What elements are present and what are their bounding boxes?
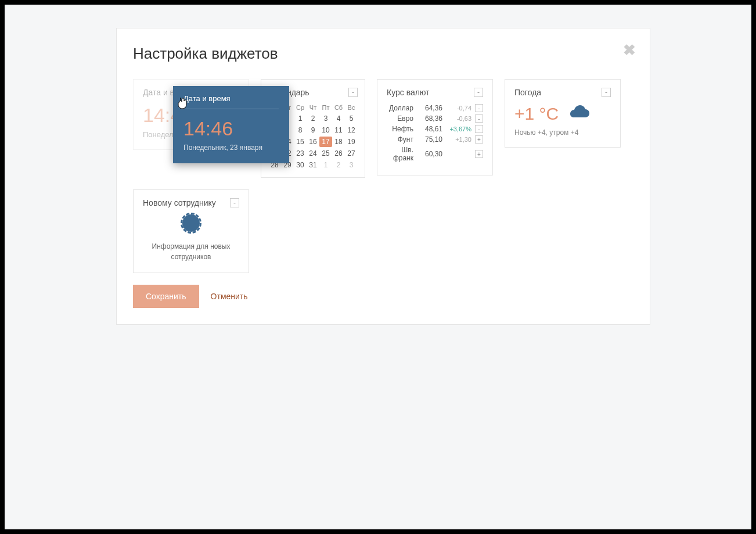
- currency-toggle[interactable]: -: [475, 125, 483, 133]
- cancel-button[interactable]: Отменить: [211, 292, 248, 301]
- calendar-day[interactable]: 27: [345, 148, 358, 159]
- calendar-day-header: Ср: [294, 104, 307, 112]
- calendar-day[interactable]: 12: [345, 125, 358, 135]
- currency-delta: -0,74: [442, 105, 471, 112]
- widget-header: Погода -: [514, 88, 611, 97]
- widgets-settings-modal: ✖ Настройка виджетов Дата и время - 14:4…: [116, 28, 650, 325]
- weather-title: Погода: [514, 88, 541, 97]
- calendar-day[interactable]: 18: [332, 137, 345, 147]
- currency-name: Евро: [387, 114, 418, 123]
- minimize-button[interactable]: -: [348, 88, 358, 97]
- calendar-day[interactable]: 15: [294, 137, 307, 147]
- calendar-day[interactable]: 1: [294, 113, 307, 124]
- calendar-day[interactable]: 17: [319, 137, 332, 147]
- calendar-day[interactable]: 25: [319, 148, 332, 159]
- employee-title: Новому сотруднику: [143, 198, 216, 207]
- calendar-day[interactable]: 31: [307, 160, 319, 170]
- currency-value: 75,10: [418, 135, 442, 144]
- cloud-icon: [568, 105, 591, 123]
- dragging-datetime-widget[interactable]: Дата и время 14:46 Понедельник, 23 январ…: [173, 86, 289, 163]
- currency-toggle[interactable]: +: [475, 150, 483, 158]
- widgets-row-2: Новому сотруднику - Информация для новых…: [133, 189, 633, 273]
- calendar-day[interactable]: 3: [319, 113, 332, 124]
- calendar-day-header: Чт: [307, 104, 319, 112]
- currency-value: 64,36: [418, 104, 442, 112]
- weather-main: +1 °C: [514, 104, 611, 124]
- employee-text: Информация для новых сотрудников: [143, 241, 239, 262]
- calendar-day[interactable]: 19: [345, 137, 358, 147]
- weather-widget[interactable]: Погода - +1 °C Ночью +4, утром +4: [505, 79, 621, 148]
- currency-delta: +1,30: [442, 136, 471, 143]
- calendar-day[interactable]: 10: [319, 125, 332, 135]
- calendar-day-header: Пт: [319, 104, 332, 112]
- currency-toggle[interactable]: -: [475, 104, 483, 112]
- floating-title: Дата и время: [183, 94, 279, 109]
- currency-row: Евро68,36-0,63-: [387, 114, 483, 123]
- currency-row: Фунт75,10+1,30+: [387, 135, 483, 144]
- calendar-day[interactable]: 3: [345, 160, 358, 170]
- weather-temp: +1 °C: [514, 104, 559, 124]
- calendar-day[interactable]: 8: [294, 125, 307, 135]
- currency-name: Шв. франк: [387, 146, 418, 162]
- page-background: ✖ Настройка виджетов Дата и время - 14:4…: [5, 5, 751, 529]
- currency-name: Доллар: [387, 104, 418, 112]
- currency-value: 68,36: [418, 114, 442, 123]
- save-button[interactable]: Сохранить: [133, 285, 199, 308]
- minimize-button[interactable]: -: [474, 88, 483, 97]
- floating-date: Понедельник, 23 января: [183, 144, 279, 152]
- floating-time: 14:46: [183, 117, 279, 140]
- widget-header: Курс валют -: [387, 88, 483, 97]
- calendar-day[interactable]: 23: [294, 148, 307, 159]
- currency-toggle[interactable]: +: [475, 135, 483, 144]
- calendar-day[interactable]: 1: [319, 160, 332, 170]
- currency-widget[interactable]: Курс валют - Доллар64,36-0,74-Евро68,36-…: [377, 79, 493, 175]
- currency-row: Доллар64,36-0,74-: [387, 104, 483, 112]
- calendar-day[interactable]: 26: [332, 148, 345, 159]
- currency-list: Доллар64,36-0,74-Евро68,36-0,63-Нефть48,…: [387, 104, 483, 162]
- weather-subtitle: Ночью +4, утром +4: [514, 128, 611, 137]
- currency-delta: +3,67%: [442, 126, 471, 132]
- currency-title: Курс валют: [387, 88, 430, 97]
- employee-widget[interactable]: Новому сотруднику - Информация для новых…: [133, 189, 249, 273]
- badge-icon: [182, 214, 200, 232]
- currency-name: Фунт: [387, 135, 418, 144]
- calendar-day[interactable]: 30: [294, 160, 307, 170]
- calendar-day-header: Вс: [345, 104, 358, 112]
- calendar-day[interactable]: 16: [307, 137, 319, 147]
- minimize-button[interactable]: -: [230, 198, 239, 207]
- currency-row: Нефть48,61+3,67%-: [387, 125, 483, 133]
- currency-value: 60,30: [418, 150, 442, 158]
- modal-buttons: Сохранить Отменить: [133, 285, 633, 308]
- currency-value: 48,61: [418, 125, 442, 133]
- currency-toggle[interactable]: -: [475, 114, 483, 123]
- minimize-button[interactable]: -: [602, 88, 611, 97]
- calendar-day[interactable]: 4: [332, 113, 345, 124]
- widget-header: Новому сотруднику -: [143, 198, 239, 207]
- currency-delta: -0,63: [442, 115, 471, 122]
- close-button[interactable]: ✖: [623, 41, 636, 59]
- calendar-day[interactable]: 5: [345, 113, 358, 124]
- calendar-day[interactable]: 2: [307, 113, 319, 124]
- calendar-day-header: Сб: [332, 104, 345, 112]
- calendar-day[interactable]: 11: [332, 125, 345, 135]
- currency-name: Нефть: [387, 125, 418, 133]
- calendar-day[interactable]: 2: [332, 160, 345, 170]
- currency-row: Шв. франк60,30+: [387, 146, 483, 162]
- modal-title: Настройка виджетов: [133, 45, 633, 63]
- calendar-day[interactable]: 9: [307, 125, 319, 135]
- calendar-day[interactable]: 24: [307, 148, 319, 159]
